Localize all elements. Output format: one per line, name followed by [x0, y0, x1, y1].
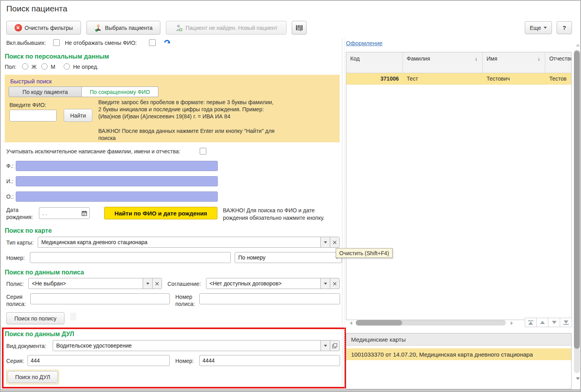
go-first-button[interactable] [525, 318, 537, 327]
doc-type-dropdown-button[interactable] [320, 340, 330, 351]
hscroll-right-arrow[interactable] [511, 321, 513, 325]
policy-series-label: Серия полиса: [6, 293, 26, 307]
policy-number-label-line: Номер [175, 293, 195, 300]
enter-fio-label: Введите ФИО: [9, 102, 46, 108]
card-type-value: Медицинская карта дневного стационара [38, 239, 320, 245]
policy-number-label-line: полиса: [175, 300, 195, 307]
clear-filters-button[interactable]: ✕ Очистить фильтры [6, 21, 81, 35]
tab-by-short-fio-label: По сокращенному ФИО [90, 89, 150, 95]
move-up-button[interactable] [537, 318, 548, 327]
gender-radio-male[interactable] [41, 63, 48, 70]
move-up-icon [540, 321, 545, 324]
policy-label: Полис: [6, 281, 24, 287]
column-header-lastname[interactable]: Фамилия ↓ [403, 52, 483, 73]
lastname-field[interactable] [16, 161, 218, 171]
policy-series-input[interactable] [30, 293, 170, 304]
focus-ghost [70, 313, 76, 320]
card-type-combo[interactable]: Медицинская карта дневного стационара ✕ [38, 237, 340, 248]
hide-fio-changes-checkbox[interactable] [149, 39, 156, 46]
page-title: Поиск пациента [6, 4, 67, 13]
agreement-value: <Нет доступных договоров> [206, 280, 320, 287]
calendar-icon[interactable] [79, 210, 89, 216]
doc-type-combo[interactable]: Водительское удостоверение [53, 340, 340, 351]
quick-find-button[interactable]: Найти [64, 109, 92, 122]
gender-undef-label: Не опред. [73, 64, 98, 70]
more-button-label: Еще [530, 25, 541, 31]
card-number-label: Номер: [6, 255, 25, 261]
patient-not-found-button: Пациент не найден. Новый пациент [166, 21, 287, 35]
card-search-heading: Поиск по карте [5, 227, 52, 234]
dul-number-label: Номер: [175, 358, 194, 364]
column-header-firstname-label: Имя [487, 55, 497, 62]
vscroll-down-arrow[interactable] [576, 377, 580, 380]
hscrollbar-thumb[interactable] [356, 320, 402, 326]
doc-type-open-button[interactable] [330, 340, 339, 351]
tab-by-patient-code[interactable]: По коду пациента [9, 86, 82, 97]
hscroll-left-arrow[interactable] [350, 321, 352, 325]
search-by-policy-button[interactable]: Поиск по полису [6, 312, 64, 324]
design-link[interactable]: Оформление [346, 40, 382, 46]
gender-radio-undef[interactable] [64, 63, 70, 70]
hide-fio-changes-label: Не отображать смены ФИО: [65, 40, 137, 46]
vscrollbar-track[interactable] [574, 50, 580, 373]
dob-input[interactable]: . . [39, 207, 90, 219]
more-button[interactable]: Еще [525, 21, 552, 34]
policy-combo[interactable]: <Не выбран> ✕ [28, 278, 162, 289]
policy-number-input[interactable] [199, 293, 340, 304]
clear-filters-icon: ✕ [15, 24, 22, 31]
go-last-button[interactable] [560, 318, 572, 327]
exact-spelling-checkbox[interactable] [200, 148, 206, 155]
card-type-dropdown-button[interactable] [320, 237, 330, 247]
quick-fio-input[interactable] [9, 110, 57, 121]
personal-search-heading: Поиск по персональным данным [5, 53, 109, 60]
middlename-field[interactable] [16, 191, 218, 202]
agreement-dropdown-button[interactable] [320, 278, 330, 289]
select-patient-button[interactable]: Выбрать пациента [86, 21, 160, 35]
table-row[interactable]: 371006 Тест Тестович Тестов [346, 73, 571, 85]
results-table[interactable]: Код Фамилия ↓ Имя ↓ Отчество 371006 Тест… [346, 52, 572, 320]
doc-type-label: Вид документа: [6, 343, 46, 349]
search-by-policy-label: Поиск по полису [15, 315, 57, 322]
medcard-list-item[interactable]: 1001033370 от 14.07.20, Медицинская карт… [346, 348, 571, 360]
quick-search-panel: Быстрый поиск По коду пациента По сокращ… [5, 75, 340, 142]
move-down-button[interactable] [548, 318, 560, 327]
include-departed-checkbox[interactable] [53, 39, 60, 46]
column-header-firstname[interactable]: Имя ↓ [483, 52, 545, 73]
close-icon: ✕ [332, 239, 337, 245]
go-last-icon [563, 320, 569, 325]
go-first-icon [528, 320, 533, 325]
barcode-icon [295, 24, 303, 32]
gender-radio-female[interactable] [22, 63, 28, 70]
panel-splitter[interactable] [342, 38, 345, 389]
refresh-icon[interactable] [163, 39, 171, 48]
help-button[interactable]: ? [557, 21, 572, 34]
vscroll-up-arrow[interactable] [576, 44, 580, 46]
firstname-field[interactable] [16, 176, 218, 186]
find-by-fio-dob-label: Найти по ФИО и дате рождения [114, 210, 207, 217]
vscrollbar-thumb[interactable] [574, 51, 580, 349]
column-header-lastname-label: Фамилия [407, 55, 430, 62]
tab-by-short-fio[interactable]: По сокращенному ФИО [82, 86, 158, 97]
card-type-clear-button[interactable]: ✕ [330, 237, 339, 247]
find-by-fio-dob-button[interactable]: Найти по ФИО и дате рождения [104, 207, 217, 219]
open-list-icon [332, 343, 337, 348]
column-header-code-label: Код [350, 55, 360, 62]
agreement-combo[interactable]: <Нет доступных договоров> ✕ [206, 278, 340, 289]
clear-filters-label: Очистить фильтры [25, 25, 73, 31]
search-by-dul-button[interactable]: Поиск по ДУЛ [7, 371, 58, 383]
dob-label-line: Дата [6, 206, 33, 213]
policy-clear-button[interactable]: ✕ [152, 278, 162, 289]
dul-series-input[interactable] [28, 355, 170, 366]
policy-dropdown-button[interactable] [143, 278, 152, 289]
dul-number-input[interactable] [199, 355, 340, 366]
card-number-mode-combo[interactable]: По номеру [235, 252, 342, 263]
barcode-search-button[interactable] [292, 21, 307, 35]
hscrollbar-track[interactable] [356, 320, 506, 326]
column-header-code[interactable]: Код [346, 52, 403, 73]
dul-series-label: Серия: [6, 358, 24, 364]
doc-type-value: Водительское удостоверение [53, 342, 320, 349]
policy-number-label: Номер полиса: [175, 293, 195, 307]
column-header-middlename[interactable]: Отчество [545, 52, 571, 73]
card-number-input[interactable] [30, 252, 231, 263]
agreement-clear-button[interactable]: ✕ [330, 278, 339, 289]
